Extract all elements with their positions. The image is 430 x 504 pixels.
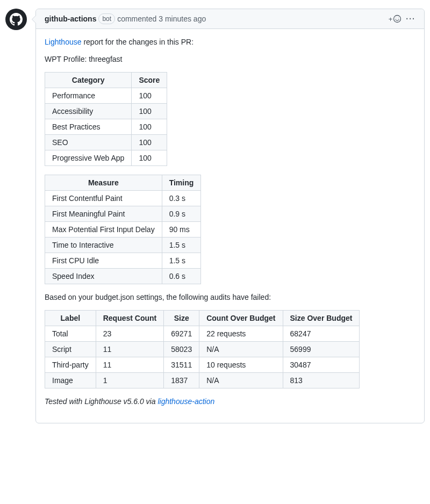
table-cell: N/A [199,373,283,388]
table-cell: 11 [96,357,164,373]
smiley-icon [393,15,402,23]
table-header-cell: Score [132,73,167,88]
table-row: Best Practices100 [45,119,167,135]
table-cell: 11 [96,342,164,357]
scores-table: CategoryScorePerformance100Accessibility… [45,72,415,166]
table-cell: Total [45,326,96,342]
table-header-cell: Label [45,311,96,326]
comment-item: github-actions bot commented 3 minutes a… [5,9,425,423]
lighthouse-action-link[interactable]: lighthouse-action [157,397,214,406]
table-row: Accessibility100 [45,104,167,119]
table-row: Time to Interactive1.5 s [45,237,201,253]
table-cell: SEO [45,135,132,150]
tested-with: Tested with Lighthouse v5.6.0 via lighth… [45,397,415,406]
table-cell: 58023 [164,342,199,357]
table-cell: Progressive Web App [45,150,132,166]
table-cell: 1837 [164,373,199,388]
table-cell: 100 [132,135,167,150]
table-cell: 56999 [283,342,360,357]
table-cell: 1 [96,373,164,388]
bot-badge: bot [98,13,115,24]
table-row: Script1158023N/A56999 [45,342,360,357]
table-cell: 22 requests [199,326,283,342]
budget-fail-text: Based on your budget.json settings, the … [45,293,415,301]
table-row: First CPU Idle1.5 s [45,253,201,269]
comment-author[interactable]: github-actions [45,15,96,23]
more-actions-button[interactable]: ··· [406,15,415,23]
table-row: Image11837N/A813 [45,373,360,388]
table-cell: Speed Index [45,269,162,284]
wpt-profile-label: WPT Profile: [45,55,89,63]
table-cell: 23 [96,326,164,342]
table-row: Performance100 [45,88,167,104]
table-cell: Best Practices [45,119,132,135]
header-actions: + ··· [389,15,415,23]
table-cell: Max Potential First Input Delay [45,222,162,237]
table-row: First Contentful Paint0.3 s [45,191,201,206]
table-cell: 0.6 s [162,269,201,284]
intro-text: report for the changes in this PR: [82,38,194,46]
table-cell: 100 [132,119,167,135]
lighthouse-link[interactable]: Lighthouse [45,38,82,46]
table-row: Third-party113151110 requests30487 [45,357,360,373]
add-reaction-button[interactable]: + [389,15,402,23]
table-cell: 31511 [164,357,199,373]
table-cell: 100 [132,88,167,104]
table-header-cell: Timing [162,175,201,191]
table-row: Total236927122 requests68247 [45,326,360,342]
table-cell: 0.9 s [162,206,201,222]
table-cell: First Meaningful Paint [45,206,162,222]
intro-paragraph: Lighthouse report for the changes in thi… [45,38,415,46]
table-cell: Time to Interactive [45,237,162,253]
timings-table: MeasureTimingFirst Contentful Paint0.3 s… [45,175,415,284]
table-cell: 30487 [283,357,360,373]
table-cell: 0.3 s [162,191,201,206]
table-cell: 100 [132,150,167,166]
table-header-cell: Size [164,311,199,326]
table-cell: N/A [199,342,283,357]
svg-point-0 [394,16,401,23]
table-header-cell: Request Count [96,311,164,326]
table-row: First Meaningful Paint0.9 s [45,206,201,222]
table-header-cell: Count Over Budget [199,311,283,326]
avatar[interactable] [5,9,27,30]
table-header-cell: Category [45,73,132,88]
table-cell: 100 [132,104,167,119]
table-header-cell: Measure [45,175,162,191]
table-cell: Performance [45,88,132,104]
svg-point-2 [398,18,399,18]
comment-body: Lighthouse report for the changes in thi… [36,29,424,423]
commented-label: commented [117,15,156,23]
table-header-cell: Size Over Budget [283,311,360,326]
table-cell: Image [45,373,96,388]
table-cell: Accessibility [45,104,132,119]
table-row: Max Potential First Input Delay90 ms [45,222,201,237]
budget-table: LabelRequest CountSizeCount Over BudgetS… [45,310,415,388]
comment-time[interactable]: 3 minutes ago [159,15,206,23]
comment-box: github-actions bot commented 3 minutes a… [35,9,425,423]
table-cell: Script [45,342,96,357]
comment-header: github-actions bot commented 3 minutes a… [36,9,424,29]
wpt-profile-value: threegfast [89,55,122,63]
table-cell: 68247 [283,326,360,342]
table-cell: 10 requests [199,357,283,373]
table-cell: 813 [283,373,360,388]
table-cell: 1.5 s [162,237,201,253]
plus-icon: + [389,15,393,23]
table-row: Speed Index0.6 s [45,269,201,284]
svg-point-1 [396,18,397,18]
table-cell: First CPU Idle [45,253,162,269]
wpt-profile: WPT Profile: threegfast [45,55,415,63]
table-row: SEO100 [45,135,167,150]
table-cell: First Contentful Paint [45,191,162,206]
table-cell: 69271 [164,326,199,342]
github-icon [10,13,23,26]
tested-prefix: Tested with Lighthouse v5.6.0 via [45,397,157,406]
table-cell: Third-party [45,357,96,373]
table-row: Progressive Web App100 [45,150,167,166]
table-cell: 1.5 s [162,253,201,269]
table-cell: 90 ms [162,222,201,237]
